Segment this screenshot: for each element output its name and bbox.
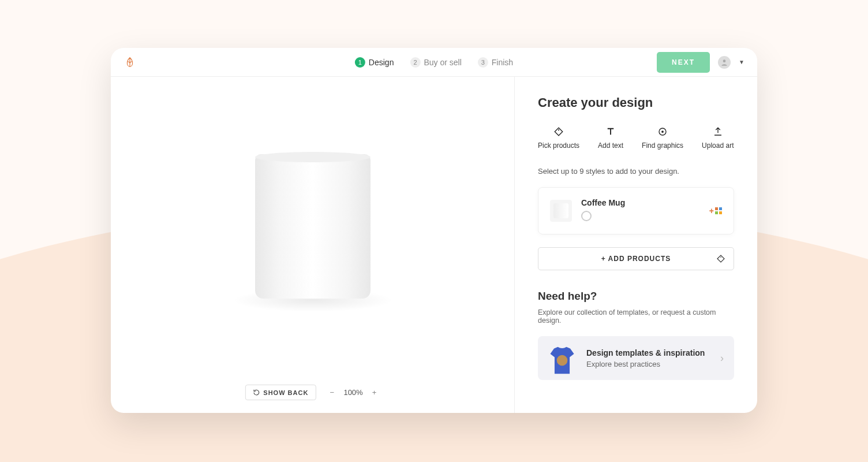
svg-rect-4 (715, 207, 718, 210)
step-label: Finish (492, 58, 513, 67)
svg-point-9 (557, 355, 568, 366)
chevron-right-icon: › (720, 352, 724, 364)
tool-label: Add text (598, 141, 623, 150)
add-products-button[interactable]: + ADD PRODUCTS (538, 247, 734, 270)
user-icon (720, 58, 728, 66)
svg-point-0 (723, 59, 726, 62)
canvas-controls: SHOW BACK − 100% + (245, 385, 380, 400)
chevron-down-icon[interactable]: ▼ (739, 59, 744, 65)
zoom-control: − 100% + (326, 387, 380, 398)
upload-icon (713, 126, 723, 137)
tshirt-icon (546, 344, 578, 377)
svg-point-1 (558, 129, 559, 131)
zoom-out-button[interactable]: − (326, 387, 338, 398)
tool-label: Upload art (702, 141, 734, 150)
step-buy-or-sell[interactable]: 2 Buy or sell (410, 57, 461, 68)
text-icon (605, 126, 616, 137)
tool-upload-art[interactable]: Upload art (702, 126, 734, 150)
template-subtitle: Explore best practices (586, 360, 705, 368)
mug-preview (255, 154, 371, 301)
header-right: NEXT ▼ (657, 52, 744, 73)
tag-icon (553, 126, 564, 137)
show-back-label: SHOW BACK (263, 389, 308, 396)
step-label: Design (369, 58, 394, 67)
step-label: Buy or sell (424, 58, 461, 67)
next-button[interactable]: NEXT (657, 52, 710, 73)
design-templates-card[interactable]: Design templates & inspiration Explore b… (538, 336, 734, 380)
color-swatch-white[interactable] (581, 211, 592, 221)
help-text: Explore our collection of templates, or … (538, 308, 734, 325)
sidebar-title: Create your design (538, 95, 734, 110)
tag-icon (716, 254, 725, 263)
header: 1 Design 2 Buy or sell 3 Finish NEXT ▼ (111, 48, 757, 77)
product-info: Coffee Mug (581, 198, 625, 223)
product-name: Coffee Mug (581, 198, 625, 207)
step-number: 1 (355, 57, 365, 68)
body: SHOW BACK − 100% + Create your design Pi… (111, 77, 757, 413)
product-thumbnail (550, 200, 572, 222)
more-colors-button[interactable]: + (709, 206, 722, 215)
tool-find-graphics[interactable]: Find graphics (642, 126, 683, 150)
product-canvas[interactable]: SHOW BACK − 100% + (111, 77, 515, 413)
rotate-icon (252, 389, 260, 396)
product-card-coffee-mug[interactable]: Coffee Mug + (538, 187, 734, 234)
add-products-label: + ADD PRODUCTS (601, 255, 671, 263)
sidebar: Create your design Pick products Add tex… (515, 77, 757, 413)
template-thumbnail (548, 344, 576, 372)
step-number: 2 (410, 57, 420, 68)
step-breadcrumb: 1 Design 2 Buy or sell 3 Finish (355, 57, 513, 68)
brand-logo[interactable] (124, 56, 136, 69)
svg-point-8 (720, 257, 721, 258)
color-grid-icon (715, 207, 722, 214)
template-title: Design templates & inspiration (586, 348, 705, 357)
step-number: 3 (478, 57, 488, 68)
tool-pick-products[interactable]: Pick products (538, 126, 579, 150)
target-icon (657, 126, 668, 137)
svg-rect-7 (719, 211, 722, 214)
step-finish[interactable]: 3 Finish (478, 57, 513, 68)
step-design[interactable]: 1 Design (355, 57, 394, 68)
zoom-level: 100% (343, 388, 362, 397)
user-avatar[interactable] (718, 56, 731, 69)
svg-point-3 (661, 131, 664, 133)
tool-row: Pick products Add text Find graphics Upl… (538, 126, 734, 150)
leaf-icon (124, 56, 136, 69)
tool-label: Pick products (538, 141, 579, 150)
tool-add-text[interactable]: Add text (598, 126, 623, 150)
zoom-in-button[interactable]: + (369, 387, 380, 398)
help-title: Need help? (538, 290, 734, 303)
template-info: Design templates & inspiration Explore b… (586, 348, 705, 368)
style-hint: Select up to 9 styles to add to your des… (538, 167, 734, 176)
svg-rect-6 (715, 211, 718, 214)
tool-label: Find graphics (642, 141, 683, 150)
svg-rect-5 (719, 207, 722, 210)
mug-body (255, 154, 371, 299)
show-back-button[interactable]: SHOW BACK (245, 385, 316, 400)
app-window: 1 Design 2 Buy or sell 3 Finish NEXT ▼ (111, 48, 757, 413)
